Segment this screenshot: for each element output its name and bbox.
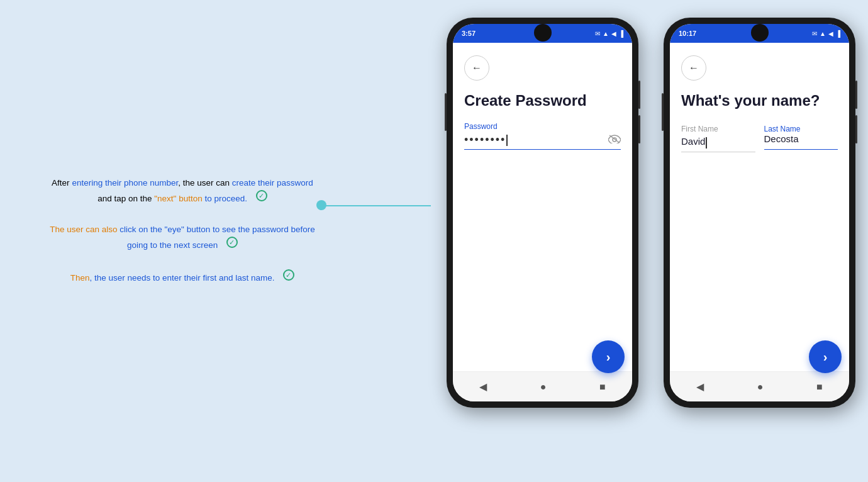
- annotation-text-2: The user can also click on the "eye" but…: [19, 223, 346, 252]
- form-area-1: Password ••••••••: [453, 109, 632, 371]
- back-button-1[interactable]: ←: [464, 55, 489, 81]
- first-name-value: David: [681, 136, 705, 149]
- text-cursor: [506, 135, 508, 146]
- annotation-block-2: The user can also click on the "eye" but…: [19, 223, 346, 252]
- phone-1: 3:57 ✉ ▲ ◀ ▐ ← Create Password Password: [447, 18, 638, 408]
- bottom-nav-2: ◀ ● ■: [670, 371, 849, 401]
- battery-icon-2: ▐: [836, 30, 840, 37]
- power-btn-2: [662, 93, 664, 131]
- signal-icon-2: ▲: [820, 30, 826, 37]
- mail-icon-1: ✉: [595, 30, 600, 37]
- first-name-input[interactable]: David: [681, 136, 755, 152]
- mail-icon-2: ✉: [812, 30, 817, 37]
- vol-up-btn-2: [855, 81, 857, 109]
- back-nav-icon-1[interactable]: ◀: [479, 381, 487, 393]
- screen-content-1: ← Create Password Password ••••••••: [453, 43, 632, 371]
- back-area-1: ←: [453, 43, 632, 81]
- name-fields: First Name David Last Name Decosta: [681, 125, 838, 152]
- back-arrow-2: ←: [689, 62, 699, 74]
- battery-icon-1: ▐: [619, 30, 623, 37]
- back-nav-icon-2[interactable]: ◀: [696, 381, 704, 393]
- page-title-1: Create Password: [453, 81, 632, 109]
- wifi-icon-2: ◀: [828, 30, 833, 37]
- bottom-nav-1: ◀ ● ■: [453, 371, 632, 401]
- password-label: Password: [464, 122, 621, 131]
- phone-2-inner: 10:17 ✉ ▲ ◀ ▐ ← What's your name?: [670, 24, 849, 401]
- check-icon-2: [226, 237, 238, 248]
- status-time-1: 3:57: [462, 30, 476, 37]
- next-button-1[interactable]: ›: [592, 340, 625, 371]
- connector-line: [321, 205, 431, 206]
- next-arrow-1: ›: [606, 350, 611, 364]
- vol-down-btn-1: [638, 115, 640, 143]
- status-icons-2: ✉ ▲ ◀ ▐: [812, 30, 840, 37]
- phone-2: 10:17 ✉ ▲ ◀ ▐ ← What's your name?: [664, 18, 855, 408]
- recents-nav-icon-1[interactable]: ■: [599, 381, 606, 393]
- last-name-value: Decosta: [764, 133, 799, 147]
- recents-nav-icon-2[interactable]: ■: [816, 381, 823, 393]
- annotation-block-3: Then, the user needs to enter their firs…: [19, 269, 346, 285]
- password-input-wrapper[interactable]: ••••••••: [464, 133, 621, 150]
- first-name-field: First Name David: [681, 125, 755, 152]
- annotation-text-3: Then, the user needs to enter their firs…: [19, 269, 346, 285]
- last-name-input[interactable]: Decosta: [764, 133, 838, 150]
- vol-up-btn-1: [638, 81, 640, 109]
- check-icon-3: [283, 269, 294, 281]
- home-nav-icon-1[interactable]: ●: [540, 381, 547, 393]
- form-area-2: First Name David Last Name Decosta: [670, 109, 849, 371]
- last-name-field: Last Name Decosta: [764, 125, 838, 152]
- eye-icon[interactable]: [608, 135, 621, 146]
- page-title-2: What's your name?: [670, 81, 849, 109]
- first-name-cursor: [706, 137, 707, 149]
- check-icon-1: [256, 190, 267, 201]
- annotation-block-1: After entering their phone number, the u…: [19, 176, 346, 205]
- status-icons-1: ✉ ▲ ◀ ▐: [595, 30, 623, 37]
- annotation-area: After entering their phone number, the u…: [19, 176, 346, 303]
- camera-notch-2: [751, 24, 769, 42]
- back-area-2: ←: [670, 43, 849, 81]
- phones-container: 3:57 ✉ ▲ ◀ ▐ ← Create Password Password: [447, 18, 855, 408]
- camera-notch-1: [534, 24, 552, 42]
- annotation-text-1: After entering their phone number, the u…: [19, 176, 346, 205]
- home-nav-icon-2[interactable]: ●: [757, 381, 764, 393]
- first-name-label: First Name: [681, 125, 755, 133]
- screen-content-2: ← What's your name? First Name David: [670, 43, 849, 371]
- next-arrow-2: ›: [823, 350, 828, 364]
- power-btn-1: [445, 93, 447, 131]
- back-button-2[interactable]: ←: [681, 55, 706, 81]
- status-time-2: 10:17: [679, 30, 696, 37]
- vol-down-btn-2: [855, 115, 857, 143]
- password-dots: ••••••••: [464, 133, 608, 147]
- phone-1-inner: 3:57 ✉ ▲ ◀ ▐ ← Create Password Password: [453, 24, 632, 401]
- signal-icon-1: ▲: [603, 30, 609, 37]
- next-button-2[interactable]: ›: [809, 340, 842, 371]
- wifi-icon-1: ◀: [611, 30, 616, 37]
- back-arrow-1: ←: [472, 62, 482, 74]
- connector-dot: [316, 200, 326, 210]
- last-name-label: Last Name: [764, 125, 838, 133]
